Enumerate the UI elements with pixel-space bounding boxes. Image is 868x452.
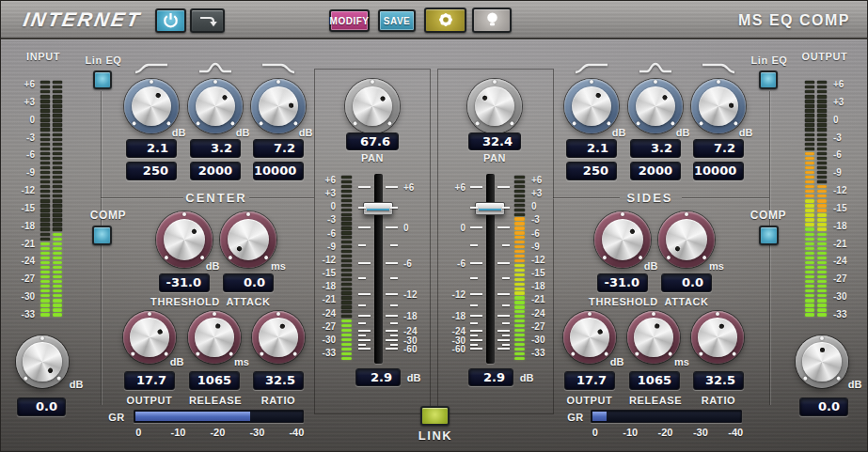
- scale-tick-label: -33: [311, 348, 336, 358]
- eq-band2-gain-knob[interactable]: [188, 79, 243, 133]
- comp-output-display[interactable]: 17.7: [564, 371, 615, 390]
- eq-band1-freq-display[interactable]: 250: [126, 162, 177, 180]
- eq-band3-gain-knob[interactable]: [691, 79, 746, 133]
- eq-band2-gain-display[interactable]: 3.2: [630, 139, 681, 158]
- eq-band1-gain-knob[interactable]: [564, 79, 619, 133]
- led-segment: [53, 233, 62, 236]
- led-segment: [817, 252, 827, 255]
- comp-output-display[interactable]: 17.7: [124, 371, 175, 390]
- input-gain-display[interactable]: 0.0: [17, 397, 66, 416]
- threshold-knob[interactable]: [156, 211, 213, 268]
- knob-ring-mark: [130, 351, 135, 357]
- lin-eq-button[interactable]: [93, 70, 112, 89]
- eq-band3-freq-display[interactable]: 10000: [253, 162, 304, 180]
- led-segment: [40, 123, 50, 126]
- ratio-label: RATIO: [245, 395, 311, 406]
- ratio-knob[interactable]: [252, 311, 305, 364]
- led-segment: [514, 259, 525, 262]
- fader-scale-label: -6: [439, 258, 466, 269]
- eq-band2-freq-display[interactable]: 2000: [630, 162, 681, 180]
- led-segment: [341, 213, 352, 216]
- sides-fader-display[interactable]: 2.9: [468, 368, 513, 386]
- lin-eq-button[interactable]: [759, 70, 778, 89]
- knob-face: [634, 318, 672, 356]
- link-button[interactable]: [420, 406, 450, 426]
- eq-band1-freq-display[interactable]: 250: [566, 162, 617, 180]
- led-segment: [53, 223, 62, 226]
- input-gain-knob[interactable]: [16, 335, 69, 388]
- led-segment: [53, 257, 62, 259]
- threshold-display[interactable]: -31.0: [159, 273, 210, 292]
- led-segment: [40, 275, 50, 278]
- release-display[interactable]: 1065: [189, 371, 240, 390]
- eq-band2-gain-display[interactable]: 3.2: [190, 139, 241, 158]
- eq-band2-freq-display[interactable]: 2000: [190, 162, 241, 180]
- led-segment: [817, 90, 827, 93]
- knob-face: [570, 318, 608, 356]
- led-segment: [805, 185, 814, 188]
- eq-band3-gain-display[interactable]: 7.2: [253, 139, 304, 158]
- eq-band1-gain-display[interactable]: 2.1: [566, 139, 617, 158]
- attack-knob[interactable]: [658, 211, 715, 268]
- gr-label: GR: [104, 412, 129, 423]
- attack-display[interactable]: 0.0: [223, 273, 274, 292]
- release-display[interactable]: 1065: [629, 371, 680, 390]
- save-button[interactable]: SAVE: [378, 9, 416, 32]
- output-gain-knob[interactable]: [796, 335, 848, 388]
- bulb-button[interactable]: [472, 8, 512, 33]
- input-meter-scale: +6+30-3-6-9-12-15-18-21-24-27-30-33: [7, 79, 35, 320]
- ratio-display[interactable]: 32.5: [693, 371, 744, 390]
- center-fader-cap[interactable]: [363, 202, 393, 215]
- attack-display[interactable]: 0.0: [661, 273, 712, 292]
- threshold-unit: dB: [203, 260, 222, 272]
- threshold-knob[interactable]: [594, 211, 651, 268]
- led-segment: [53, 313, 62, 316]
- fader-tick: [390, 244, 398, 246]
- knob-ring-mark: [132, 121, 137, 127]
- threshold-display[interactable]: -31.0: [597, 273, 648, 292]
- center-pan-display[interactable]: 67.6: [346, 132, 399, 150]
- routing-button[interactable]: [190, 8, 225, 33]
- eq-band1-gain-display[interactable]: 2.1: [126, 139, 177, 158]
- led-segment: [817, 143, 827, 146]
- output-gain-display[interactable]: 0.0: [799, 397, 848, 416]
- center-fader-display[interactable]: 2.9: [355, 368, 401, 386]
- eq-band1-gain-knob[interactable]: [124, 79, 179, 133]
- ratio-display[interactable]: 32.5: [253, 371, 304, 390]
- scale-tick-label: -30: [7, 291, 35, 302]
- eq-band3-freq-display[interactable]: 10000: [693, 162, 744, 180]
- power-button[interactable]: [155, 8, 186, 33]
- knob-ring-mark: [570, 351, 576, 357]
- scale-tick-label: -27: [311, 321, 336, 332]
- sides-pan-display[interactable]: 32.4: [468, 132, 521, 150]
- led-segment: [817, 114, 827, 117]
- led-segment: [53, 133, 62, 136]
- center-pan-knob[interactable]: [345, 79, 400, 133]
- comp-button[interactable]: [92, 226, 112, 245]
- sides-pan-knob[interactable]: [467, 79, 522, 133]
- led-segment: [805, 133, 814, 136]
- comp-button[interactable]: [759, 226, 779, 245]
- eq-band3-gain-display[interactable]: 7.2: [693, 139, 744, 158]
- led-segment: [514, 231, 525, 234]
- gr-meter-fill: [135, 412, 250, 421]
- eq-band3-gain-knob[interactable]: [251, 79, 306, 133]
- knob-face: [130, 318, 168, 356]
- sides-fader-cap[interactable]: [475, 202, 505, 215]
- led-segment: [514, 209, 525, 211]
- ratio-knob[interactable]: [691, 311, 744, 364]
- led-segment: [805, 143, 814, 146]
- led-segment: [40, 313, 50, 316]
- modify-button[interactable]: MODIFY: [329, 9, 370, 32]
- led-segment: [40, 204, 50, 207]
- led-segment: [53, 213, 62, 216]
- fader-tick: [386, 186, 398, 188]
- title-bar: INTERNET MODIFY SAVE MS EQ COMP: [1, 1, 867, 39]
- attack-knob[interactable]: [220, 211, 276, 268]
- led-segment: [817, 233, 827, 236]
- settings-button[interactable]: [424, 8, 466, 33]
- scale-tick-label: -15: [7, 203, 35, 213]
- led-segment: [817, 171, 827, 174]
- eq-band2-gain-knob[interactable]: [628, 79, 683, 133]
- led-segment: [817, 261, 827, 264]
